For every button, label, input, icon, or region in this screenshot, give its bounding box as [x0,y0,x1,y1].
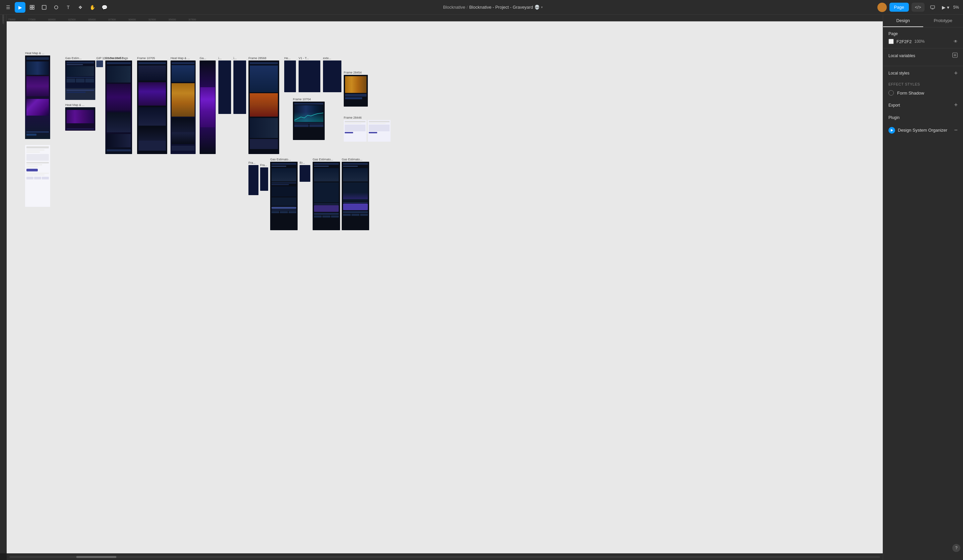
frame-tool-button[interactable] [27,2,37,13]
frame-i-2[interactable]: i... [233,57,246,114]
move-tool-button[interactable]: ▶ [15,2,25,13]
ruler-mark-4: 85000 [88,18,109,21]
breadcrumb-sep: / [467,5,468,10]
canvas-inner: Heat Map & ... [7,21,481,280]
shape-tool-button[interactable] [39,2,50,13]
ruler-top: 75000 77500 80000 82500 85000 87500 9000… [7,15,481,21]
ruler-mark-6: 90000 [128,18,148,21]
frame-label-28452: Frame 28452 [105,57,132,60]
frame-label-v1-t: V1 - T... [298,57,320,60]
frame-label-gas-estim-3: Gas Estimato... [313,158,340,161]
frame-gas-estim-4[interactable]: Gas Estimato... [342,158,369,230]
frame-label-i-1: i... [218,57,231,60]
frame-28452[interactable]: Frame 28452 [105,57,132,154]
frame-white-1[interactable] [25,145,50,207]
frame-label-heat-map-1: Heat Map & ... [25,52,50,55]
frame-label-heat-map-small: Heat Map & ... [65,103,95,107]
ruler-mark-7: 92500 [148,18,169,21]
text-tool-button[interactable]: T [63,2,73,13]
ruler-left-mark-2: -100000 [2,15,5,24]
frame-label-he: He... [284,57,296,60]
svg-rect-1 [32,5,34,7]
pen-tool-button[interactable] [51,2,62,13]
ruler-mark-9: 97500 [189,18,209,21]
frame-heat-map-small[interactable]: Heat Map & ... [65,103,95,131]
svg-point-5 [55,6,58,9]
frame-28568[interactable]: Frame 28568 [248,57,279,154]
frame-ga[interactable]: Ga... [199,57,216,154]
frame-heat-map-1[interactable]: Heat Map & ... [25,52,50,139]
frame-label-heat-map-center: Heat Map & ... [170,57,196,60]
project-name[interactable]: Blocknative - Project - Graveyard 💀 [469,5,481,10]
svg-rect-3 [32,8,34,9]
frame-label-gas-estim: Gas Estim... [65,57,95,60]
frame-label-fra-2: Fra... [260,163,268,167]
frame-label-er: Er... [300,161,310,164]
ruler-left: -105000 -102500 -100000 -97500 -95000 [0,15,7,280]
toolbar-center: Blocknative / Blocknative - Project - Gr… [112,5,481,10]
frame-i-1[interactable]: i... [218,57,231,114]
frame-gas-estim-3[interactable]: Gas Estimato... [313,158,340,230]
frame-fra-2[interactable]: Fra... [260,163,268,191]
frame-exte[interactable]: exte... [323,57,341,92]
ruler-mark-8: 95000 [169,18,189,21]
frame-label-ga: Ga... [199,57,216,60]
project-root[interactable]: Blocknative [443,5,465,10]
menu-button[interactable]: ☰ [3,2,13,13]
frame-label-10705: Frame 10705 [137,57,167,60]
frame-gas-estim-2[interactable]: Gas Estimato... [270,158,298,230]
frame-gas-small-1[interactable]: Fra... [248,161,258,195]
toolbar: ☰ ▶ T ❖ ✋ 💬 Blocknative / Blocknative - … [0,0,481,15]
hand-tool-button[interactable]: ✋ [87,2,98,13]
frame-label-gas-estim-4: Gas Estimato... [342,158,369,161]
frame-label-28446: Frame 28446 [344,116,391,119]
frame-white-card[interactable] [65,88,95,100]
ruler-mark-0: 75000 [8,18,28,21]
components-button[interactable]: ❖ [75,2,86,13]
frame-gas-estim-top[interactable]: Gas Estim... [65,57,95,92]
frame-label-gas-estim-2: Gas Estimato... [270,158,298,161]
frame-he[interactable]: He... [284,57,296,92]
frame-label-10704: Frame 10704 [293,97,325,101]
frame-er[interactable]: Er... [300,161,310,182]
frame-28454[interactable]: Frame 28454 [344,71,368,107]
frame-label-exte: exte... [323,57,341,60]
frame-label-28454: Frame 28454 [344,71,368,74]
frame-10704[interactable]: Frame 10704 [293,97,325,140]
ruler-mark-2: 80000 [48,18,68,21]
toolbar-left: ☰ ▶ T ❖ ✋ 💬 [0,2,112,13]
ruler-mark-3: 82500 [68,18,88,21]
canvas[interactable]: Heat Map & ... [7,21,481,280]
svg-rect-4 [42,5,46,9]
frame-heat-map-center[interactable]: Heat Map & ... [170,57,196,154]
comment-button[interactable]: 💬 [99,2,110,13]
ruler-mark-1: 77500 [28,18,48,21]
frame-label-28568: Frame 28568 [248,57,279,60]
frame-label-gas-small-1: Fra... [248,161,258,164]
svg-rect-0 [30,5,32,7]
frame-label-i-2: i... [233,57,246,60]
svg-rect-2 [30,8,32,9]
frame-28446[interactable]: Frame 28446 [344,116,391,142]
ruler-mark-5: 87500 [109,18,128,21]
frame-10705[interactable]: Frame 10705 [137,57,167,154]
frame-v1-t[interactable]: V1 - T... [298,57,320,92]
